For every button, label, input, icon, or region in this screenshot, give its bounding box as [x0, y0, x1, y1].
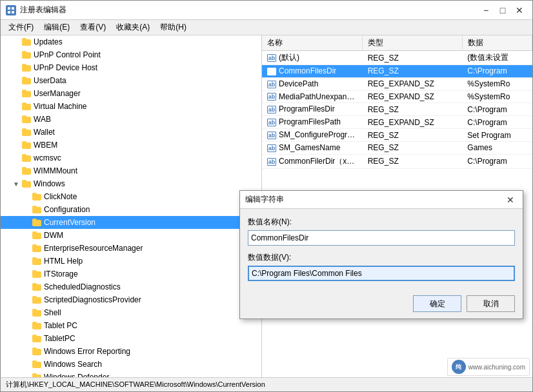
tree-item[interactable]: ScriptedDiagnosticsProvider [1, 293, 261, 306]
table-row[interactable]: abProgramFilesPathREG_EXPAND_SZC:\Progra… [262, 116, 532, 129]
cell-name: abCommonFilerDir（x86） [262, 154, 363, 168]
table-row[interactable]: abSM_ConfigureProgramsNameREG_SZSet Prog… [262, 129, 532, 142]
table-header-row: 名称 类型 数据 [262, 35, 532, 51]
reg-value-icon: ab [267, 92, 276, 101]
tree-item-label: Windows Defender [44, 373, 109, 377]
tree-arrow-icon [11, 140, 21, 150]
folder-icon [21, 179, 32, 189]
cell-name: abDevicePath [262, 77, 363, 90]
folder-icon [32, 282, 42, 292]
tree-item[interactable]: DWM [1, 229, 261, 242]
folder-icon [21, 127, 32, 137]
tree-item-label: WBEM [34, 141, 57, 150]
maximize-button[interactable]: □ [495, 4, 510, 17]
folder-icon [32, 191, 42, 202]
tree-item[interactable]: EnterpriseResourceManager [1, 242, 261, 255]
tree-arrow-icon [11, 114, 21, 124]
data-input[interactable] [248, 266, 515, 281]
tree-item[interactable]: CurrentVersion [1, 216, 261, 229]
registry-tree[interactable]: UpdatesUPnP Control PointUPnP Device Hos… [1, 35, 262, 377]
tree-item[interactable]: Windows Error Reporting [1, 345, 261, 358]
tree-item[interactable]: ScheduledDiagnostics [1, 280, 261, 293]
cell-data: C:\Program [462, 116, 532, 129]
tree-item[interactable]: Shell [1, 306, 261, 319]
svg-rect-2 [8, 11, 10, 14]
tree-arrow-icon [11, 88, 21, 99]
cell-type: REG_EXPAND_SZ [363, 116, 463, 129]
reg-value-icon: ab [267, 118, 276, 127]
dialog-close-button[interactable]: ✕ [503, 193, 518, 206]
cancel-button[interactable]: 取消 [467, 295, 515, 312]
col-type[interactable]: 类型 [363, 35, 463, 51]
tree-item[interactable]: TabletPC [1, 332, 261, 345]
reg-value-icon: ab [267, 54, 276, 63]
tree-item-label: wcmsvc [34, 153, 61, 162]
registry-editor-window: 注册表编辑器 − □ ✕ 文件(F) 编辑(E) 查看(V) 收藏夹(A) 帮助… [0, 0, 533, 392]
folder-icon [32, 333, 42, 344]
cell-name: abProgramFilesDir [262, 103, 363, 116]
tree-item-label: Shell [44, 308, 61, 317]
tree-item-label: DWM [44, 231, 63, 240]
tree-item[interactable]: UPnP Device Host [1, 61, 261, 74]
tree-item[interactable]: Windows Search [1, 358, 261, 371]
tree-item[interactable]: Virtual Machine [1, 100, 261, 113]
folder-icon [32, 256, 42, 266]
tree-item[interactable]: UserData [1, 74, 261, 87]
table-row[interactable]: abSM_GamesNameREG_SZGames [262, 141, 532, 154]
minimize-button[interactable]: − [478, 4, 494, 17]
table-row[interactable]: abMediaPathUnexpandedREG_EXPAND_SZ%Syste… [262, 90, 532, 103]
folder-icon [21, 75, 32, 86]
ok-button[interactable]: 确定 [413, 295, 461, 312]
col-name[interactable]: 名称 [262, 35, 363, 51]
tree-item[interactable]: Tablet PC [1, 319, 261, 332]
folder-icon [32, 308, 42, 318]
tree-item[interactable]: Configuration [1, 203, 261, 216]
watermark: 纯 www.aichuning.com [447, 358, 530, 376]
menu-edit[interactable]: 编辑(E) [39, 21, 75, 34]
tree-item[interactable]: WBEM [1, 139, 261, 152]
menu-favorites[interactable]: 收藏夹(A) [111, 21, 155, 34]
menu-file[interactable]: 文件(F) [3, 21, 39, 34]
tree-arrow-icon [11, 127, 21, 137]
folder-icon [21, 37, 32, 47]
folder-icon [21, 114, 32, 124]
tree-item[interactable]: ▼Windows [1, 177, 261, 190]
name-input[interactable] [248, 230, 515, 246]
folder-icon [32, 372, 42, 377]
tree-item[interactable]: ITStorage [1, 268, 261, 280]
tree-arrow-icon [11, 63, 21, 73]
tree-item[interactable]: WAB [1, 113, 261, 126]
folder-icon [32, 204, 42, 215]
tree-item-label: TabletPC [44, 334, 75, 343]
reg-value-icon: ab [267, 157, 276, 166]
tree-item[interactable]: HTML Help [1, 255, 261, 268]
close-button[interactable]: ✕ [512, 4, 527, 17]
menu-view[interactable]: 查看(V) [75, 21, 111, 34]
cell-type: REG_SZ [363, 141, 463, 154]
tree-item[interactable]: Windows Defender [1, 371, 261, 377]
table-row[interactable]: abCommonFilerDir（x86）REG_SZC:\Program [262, 154, 532, 168]
tree-item[interactable]: Wallet [1, 126, 261, 139]
table-row[interactable]: ab(默认)REG_SZ(数值未设置 [262, 51, 532, 65]
folder-icon [21, 140, 32, 150]
col-data[interactable]: 数据 [462, 35, 532, 51]
cell-type: REG_SZ [363, 154, 463, 168]
tree-item[interactable]: UPnP Control Point [1, 48, 261, 61]
data-label: 数值数据(V): [248, 252, 515, 263]
tree-item[interactable]: UserManager [1, 87, 261, 100]
table-row[interactable]: abCommonFilesDirREG_SZC:\Program [262, 65, 532, 78]
folder-icon [32, 320, 42, 331]
tree-item[interactable]: WIMMMount [1, 164, 261, 177]
tree-item[interactable]: Updates [1, 35, 261, 48]
tree-item[interactable]: ClickNote [1, 190, 261, 203]
tree-item-label: Updates [34, 37, 63, 46]
tree-item[interactable]: wcmsvc [1, 152, 261, 164]
cell-data: Games [462, 141, 532, 154]
folder-icon [32, 217, 42, 228]
menu-help[interactable]: 帮助(H) [155, 21, 192, 34]
table-row[interactable]: abProgramFilesDirREG_SZC:\Program [262, 103, 532, 116]
table-row[interactable]: abDevicePathREG_EXPAND_SZ%SystemRo [262, 77, 532, 90]
dialog-body: 数值名称(N): 数值数据(V): [240, 209, 523, 293]
tree-arrow-icon [21, 217, 32, 228]
dialog-title: 编辑字符串 [245, 194, 503, 205]
